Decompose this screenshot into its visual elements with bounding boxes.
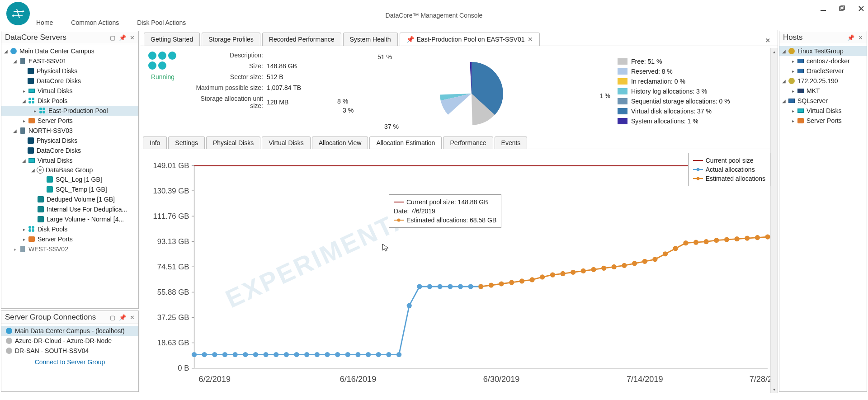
subtab-physical-disks[interactable]: Physical Disks xyxy=(206,136,260,149)
tree-item[interactable]: SQL_Temp [1 GB] xyxy=(1,184,138,194)
tree-item[interactable]: DataCore Disks xyxy=(1,76,138,86)
subtab-performance[interactable]: Performance xyxy=(443,136,493,149)
panel-close-icon[interactable]: ✕ xyxy=(130,34,135,41)
menu-disk-pool-actions[interactable]: Disk Pool Actions xyxy=(137,19,186,26)
hosts-centos[interactable]: ▸centos7-docker xyxy=(779,56,867,66)
tab-getting-started[interactable]: Getting Started xyxy=(144,33,200,46)
tree-item[interactable]: SQL_Log [1 GB] xyxy=(1,174,138,184)
svg-point-87 xyxy=(755,235,760,240)
tree-item[interactable]: ◢Virtual Disks xyxy=(1,155,138,165)
pool-properties: Description: Size:148.88 GB Sector size:… xyxy=(190,52,326,131)
tab-pool-detail[interactable]: 📌 East-Production Pool on EAST-SSV01 ✕ xyxy=(400,33,540,46)
chart-legend: Current pool size Actual allocations Est… xyxy=(688,153,770,186)
panel-close-icon[interactable]: ✕ xyxy=(130,314,135,321)
subtab-allocation-view[interactable]: Allocation View xyxy=(312,136,368,149)
tree-item[interactable]: Deduped Volume [1 GB] xyxy=(1,194,138,204)
svg-point-64 xyxy=(519,278,524,283)
svg-text:6/2/2019: 6/2/2019 xyxy=(199,375,231,384)
hosts-vd[interactable]: ▸Virtual Disks xyxy=(779,106,867,116)
svg-point-96 xyxy=(397,219,401,222)
hosts-tree[interactable]: ◢Linux TestGroup ▸centos7-docker ▸Oracle… xyxy=(779,44,867,391)
svg-text:93.13 GB: 93.13 GB xyxy=(157,237,189,246)
svg-text:37.25 GB: 37.25 GB xyxy=(157,313,189,322)
tree-root[interactable]: ◢Main Data Center Campus xyxy=(1,46,138,56)
panel-close-icon[interactable]: ✕ xyxy=(858,34,863,41)
svg-point-33 xyxy=(212,352,217,357)
tree-item[interactable]: ▸Server Ports xyxy=(1,234,138,244)
tree-item[interactable]: Internal Use For Deduplica... xyxy=(1,204,138,214)
subtab-settings[interactable]: Settings xyxy=(168,136,205,149)
pie-legend: Free: 51 % Reserved: 8 % In reclamation:… xyxy=(618,52,767,131)
tree-item[interactable]: ▸Virtual Disks xyxy=(1,86,138,96)
main-scrollbar[interactable]: ▴ ▾ xyxy=(770,48,778,393)
tab-close-icon[interactable]: ✕ xyxy=(528,36,533,43)
hosts-panel-title: Hosts xyxy=(783,33,802,42)
subtab-allocation-estimation[interactable]: Allocation Estimation xyxy=(369,136,442,149)
svg-point-67 xyxy=(550,273,555,278)
tab-recorded-performance[interactable]: Recorded Performance xyxy=(262,33,341,46)
minimize-button[interactable] xyxy=(819,5,827,13)
hosts-mkt[interactable]: ▸MKT xyxy=(779,86,867,96)
subtab-events[interactable]: Events xyxy=(495,136,528,149)
close-button[interactable] xyxy=(857,5,865,13)
tree-west[interactable]: ▸WEST-SSV02 xyxy=(1,244,138,254)
sgc-item-azure[interactable]: Azure-DR-Cloud - Azure-DR-Node xyxy=(1,336,138,346)
svg-point-63 xyxy=(509,280,514,285)
svg-point-70 xyxy=(581,268,586,273)
sgc-item-main[interactable]: Main Data Center Campus - (localhost) xyxy=(1,326,138,336)
scroll-up-icon[interactable]: ▴ xyxy=(771,48,778,55)
subtab-info[interactable]: Info xyxy=(143,136,167,149)
hosts-ip[interactable]: ◢172.20.25.190 xyxy=(779,76,867,86)
panel-window-icon[interactable]: ▢ xyxy=(110,314,115,321)
svg-point-60 xyxy=(478,284,483,289)
tree-north[interactable]: ◢NORTH-SSV03 xyxy=(1,126,138,136)
svg-point-34 xyxy=(222,352,227,357)
tree-item[interactable]: ▸Disk Pools xyxy=(1,224,138,234)
tree-east[interactable]: ◢EAST-SSV01 xyxy=(1,56,138,66)
pool-status-icon xyxy=(148,52,177,71)
tab-storage-profiles[interactable]: Storage Profiles xyxy=(202,33,260,46)
svg-point-85 xyxy=(735,236,740,241)
restore-button[interactable] xyxy=(838,5,846,13)
tree-item[interactable]: ◢✕DataBase Group xyxy=(1,165,138,174)
tree-item[interactable]: Physical Disks xyxy=(1,136,138,146)
tree-item[interactable]: Physical Disks xyxy=(1,66,138,76)
servers-tree[interactable]: ◢Main Data Center Campus ◢EAST-SSV01 Phy… xyxy=(1,44,138,308)
close-all-tabs-icon[interactable]: ✕ xyxy=(762,35,774,46)
menu-common-actions[interactable]: Common Actions xyxy=(71,19,119,26)
pie-label-51: 51 % xyxy=(377,53,392,61)
tree-item[interactable]: Large Volume - Normal [4... xyxy=(1,214,138,224)
svg-point-44 xyxy=(325,352,330,357)
subtab-virtual-disks[interactable]: Virtual Disks xyxy=(262,136,311,149)
tab-system-health[interactable]: System Health xyxy=(343,33,398,46)
panel-pin-icon[interactable]: 📌 xyxy=(119,314,126,321)
svg-point-38 xyxy=(264,352,269,357)
tree-item[interactable]: ◢Disk Pools xyxy=(1,96,138,106)
svg-point-73 xyxy=(612,264,617,269)
tree-east-prod-pool[interactable]: ▸East-Production Pool xyxy=(1,106,138,116)
hosts-sql[interactable]: ◢SQLserver xyxy=(779,96,867,106)
pie-label-37: 37 % xyxy=(384,123,399,130)
tree-item[interactable]: ▸Server Ports xyxy=(1,116,138,126)
panel-pin-icon[interactable]: 📌 xyxy=(847,34,854,41)
tree-item[interactable]: DataCore Disks xyxy=(1,146,138,155)
svg-point-74 xyxy=(622,263,627,268)
pie-label-3: 3 % xyxy=(343,107,354,114)
pie-chart xyxy=(424,48,519,134)
svg-point-49 xyxy=(376,352,381,357)
menu-home[interactable]: Home xyxy=(36,19,53,26)
svg-rect-2 xyxy=(821,10,826,11)
svg-point-93 xyxy=(696,177,699,180)
hosts-ports[interactable]: ▸Server Ports xyxy=(779,116,867,126)
connect-to-server-group-link[interactable]: Connect to Server Group xyxy=(1,358,138,366)
panel-pin-icon[interactable]: 📌 xyxy=(119,34,126,41)
svg-point-32 xyxy=(202,352,207,357)
svg-point-80 xyxy=(683,240,688,245)
panel-window-icon[interactable]: ▢ xyxy=(110,34,115,41)
hosts-linux-group[interactable]: ◢Linux TestGroup xyxy=(779,46,867,56)
svg-point-43 xyxy=(315,352,320,357)
hosts-oracle[interactable]: ▸OracleServer xyxy=(779,66,867,76)
scroll-down-icon[interactable]: ▾ xyxy=(771,386,778,393)
svg-point-75 xyxy=(632,261,637,266)
sgc-item-drsan[interactable]: DR-SAN - SOUTH-SSV04 xyxy=(1,346,138,356)
